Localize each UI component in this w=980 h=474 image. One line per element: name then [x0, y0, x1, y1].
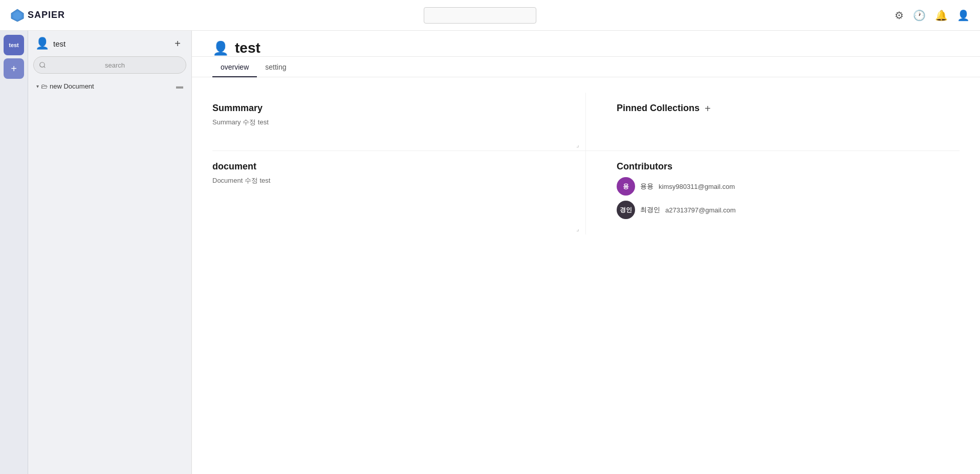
user-icon[interactable]: 👤	[957, 9, 970, 21]
page-title: test	[235, 40, 260, 56]
bell-icon[interactable]: 🔔	[935, 9, 948, 21]
document-subtitle: Document 수정 test	[212, 176, 555, 185]
top-header: SAPIER ⚙ 🕐 🔔 👤	[0, 0, 980, 31]
pinned-collections-cell: Pinned Collections +	[586, 93, 960, 151]
sidebar-workspace-name: test	[53, 39, 66, 48]
summary-cell: Summmary Summary 수정 test ⌟	[212, 93, 586, 151]
summary-title: Summmary	[212, 103, 555, 114]
folder-icon: 🗁	[41, 82, 48, 90]
contributor-avatar-1: 경인	[617, 201, 635, 219]
tree-item-label: new Document	[50, 82, 174, 90]
overview-grid: Summmary Summary 수정 test ⌟ Pinned Collec…	[192, 77, 980, 250]
logo: SAPIER	[10, 8, 65, 23]
settings-icon[interactable]: ⚙	[895, 9, 904, 21]
sidebar-search-input[interactable]	[33, 56, 186, 74]
sidebar-tree: ▾ 🗁 new Document ▬	[33, 80, 186, 92]
pinned-collections-title: Pinned Collections +	[617, 103, 960, 114]
page-user-icon: 👤	[212, 40, 229, 56]
sidebar-header: 👤 test +	[33, 37, 186, 50]
contributor-item-0: 용 용용 kimsy980311@gmail.com	[617, 177, 960, 196]
contributor-item-1: 경인 최경인 a27313797@gmail.com	[617, 201, 960, 219]
main-layout: test + 👤 test + ▾ 🗁 new Document ▬ 👤 tes…	[0, 31, 980, 474]
tree-item-actions-icon: ▬	[176, 82, 183, 90]
workspace-tab-test[interactable]: test	[4, 35, 24, 55]
history-icon[interactable]: 🕐	[913, 9, 926, 21]
sidebar-user-icon: 👤	[35, 37, 49, 50]
page-header: 👤 test	[192, 31, 980, 57]
sidebar-header-left: 👤 test	[35, 37, 66, 50]
contributors-list: 용 용용 kimsy980311@gmail.com 경인 최경인 a27313…	[617, 177, 960, 219]
chevron-down-icon: ▾	[36, 83, 39, 89]
tab-setting[interactable]: setting	[257, 58, 294, 77]
workspace-tab-add[interactable]: +	[4, 58, 24, 79]
summary-subtitle: Summary 수정 test	[212, 118, 555, 127]
resize-handle-document[interactable]: ⌟	[576, 225, 581, 230]
contributor-email-0: kimsy980311@gmail.com	[659, 183, 735, 190]
contributor-name-1: 최경인	[640, 205, 660, 214]
pinned-collections-add-button[interactable]: +	[705, 103, 711, 114]
logo-icon	[10, 8, 25, 23]
contributors-title: Contributors	[617, 161, 960, 172]
main-content: 👤 test overview setting Summmary Summary…	[192, 31, 980, 474]
contributors-cell: Contributors 용 용용 kimsy980311@gmail.com …	[586, 151, 960, 234]
contributor-name-0: 용용	[640, 182, 654, 191]
tab-overview[interactable]: overview	[212, 58, 257, 77]
sidebar: 👤 test + ▾ 🗁 new Document ▬	[28, 31, 192, 474]
sidebar-tree-item-new-document[interactable]: ▾ 🗁 new Document ▬	[33, 80, 186, 92]
header-search-input[interactable]	[424, 7, 536, 24]
sidebar-add-button[interactable]: +	[171, 37, 184, 50]
resize-handle-summary[interactable]: ⌟	[576, 141, 581, 146]
page-tabs: overview setting	[192, 58, 980, 77]
logo-text: SAPIER	[28, 10, 65, 20]
header-icon-group: ⚙ 🕐 🔔 👤	[895, 9, 970, 21]
document-title: document	[212, 161, 555, 172]
contributor-email-1: a27313797@gmail.com	[665, 206, 736, 214]
contributor-avatar-0: 용	[617, 177, 635, 196]
document-cell: document Document 수정 test ⌟	[212, 151, 586, 234]
workspace-tabs: test +	[0, 31, 28, 474]
